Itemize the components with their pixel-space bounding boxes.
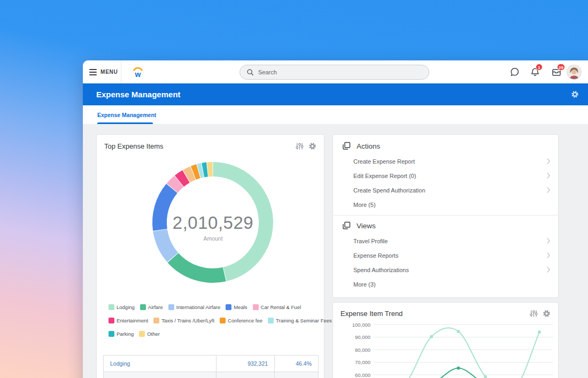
legend-swatch [268,318,274,323]
chat-icon [509,67,520,78]
legend-item[interactable]: Airfare [140,304,163,310]
notifications-button[interactable]: 1 [530,67,540,78]
donut-slice-airfare[interactable] [173,258,225,275]
inbox-button[interactable]: 29 [551,67,562,78]
legend-label: Car Rental & Fuel [261,304,301,310]
views-section-header: Views [342,221,376,230]
donut-slice-parking[interactable] [203,169,207,170]
donut-total-value: 2,010,529 [99,213,327,233]
view-item-label: Expense Reports [353,252,398,259]
action-item-label: More (5) [353,202,376,208]
view-item[interactable]: Expense Reports [353,248,551,263]
donut-slice-taxis-trains-uber-lyft[interactable] [187,173,193,176]
legend-swatch [253,304,259,310]
empty-cell [216,372,275,378]
view-item[interactable]: More (3) [353,277,551,291]
chat-button[interactable] [509,67,520,78]
donut-slice-conference-fee[interactable] [194,171,198,173]
legend-item[interactable]: International Airfare [168,304,220,310]
donut-legend: LodgingAirfareInternational AirfareMeals… [109,300,320,341]
app-window: MENU w Search [83,60,588,378]
data-point[interactable] [538,330,541,334]
donut-total-label: Amount [99,235,327,242]
expense-item-trend-card: Expense Item Trend [332,302,559,378]
legend-item[interactable]: Training & Seminar Fees [268,318,332,323]
donut-slice-entertainment[interactable] [179,176,186,181]
workday-logo[interactable]: w [131,65,144,79]
gear-icon [308,142,316,150]
view-item[interactable]: Travel Profile [353,234,551,248]
legend-item[interactable]: Other [139,331,160,337]
chevron-right-icon [546,252,551,259]
legend-item[interactable]: Meals [226,304,247,310]
trend-line-series-light [377,328,539,378]
tab-bar: Expense Management [83,105,588,124]
legend-swatch [168,304,174,310]
menu-label: MENU [100,69,118,75]
legend-label: Airfare [148,304,163,310]
expense-table: Lodging932,32146.4% [103,355,319,378]
action-item[interactable]: Create Spend Authorization [353,183,551,197]
legend-swatch [153,318,159,323]
menu-button[interactable]: MENU [89,60,118,83]
legend-label: Other [147,331,160,337]
expense-item-link[interactable]: Lodging [104,356,216,372]
chevron-right-icon [546,266,551,273]
legend-item[interactable]: Entertainment [109,318,148,323]
search-icon [246,68,254,76]
data-point[interactable] [457,330,460,333]
actions-views-card: Actions Create Expense ReportEdit Expens… [332,134,559,298]
views-list: Travel ProfileExpense ReportsSpend Autho… [353,234,551,291]
data-point[interactable] [430,335,433,338]
header-settings-button[interactable] [571,90,579,101]
avatar-photo [567,65,581,79]
legend-item[interactable]: Taxis / Trains /Uber/Lyft [153,318,214,323]
desktop-background: MENU w Search [0,0,588,378]
actions-title: Actions [357,142,380,150]
legend-label: International Airfare [176,304,220,310]
y-axis-tick-label: 90,000 [355,334,370,340]
legend-item[interactable]: Parking [109,331,134,337]
view-item-label: Spend Authorizations [353,267,409,273]
data-point[interactable] [457,367,460,370]
view-item[interactable]: Spend Authorizations [353,263,551,277]
action-item-label: Edit Expense Report (0) [353,173,416,179]
legend-swatch [220,318,226,323]
legend-label: Meals [234,304,247,310]
y-axis-tick-label: 60,000 [355,372,370,378]
top-expense-items-card: Top Expense Items [96,134,324,378]
tab-expense-management[interactable]: Expense Management [97,105,156,124]
view-item-label: More (3) [353,281,376,288]
legend-swatch [226,304,231,310]
y-axis-tick-label: 70,000 [355,359,370,365]
legend-item[interactable]: Conference fee [220,318,262,323]
donut-slice-training-seminar-fees[interactable] [199,170,203,171]
chevron-right-icon [546,187,551,194]
page-title: Expense Management [96,90,181,99]
workday-logo-icon: w [131,65,144,79]
actions-section-header: Actions [342,141,380,151]
legend-swatch [139,331,145,337]
action-item[interactable]: More (5) [353,197,551,212]
legend-label: Conference fee [228,318,262,323]
avatar[interactable] [567,65,581,79]
card-title: Expense Item Trend [341,310,403,318]
search-placeholder: Search [258,69,277,75]
legend-swatch [109,318,114,323]
donut-slice-car-rental-fuel[interactable] [172,181,179,188]
trend-line-chart[interactable]: 100,00090,00080,00070,00060,000 [333,318,559,378]
legend-swatch [140,304,146,310]
search-input[interactable]: Search [239,65,429,80]
legend-label: Lodging [117,304,135,310]
action-item[interactable]: Create Expense Report [353,154,551,168]
legend-item[interactable]: Lodging [109,304,135,310]
table-row: Lodging932,32146.4% [104,356,319,372]
action-item[interactable]: Edit Expense Report (0) [353,168,551,183]
card-title: Top Expense Items [104,142,164,150]
inbox-badge: 29 [557,64,565,71]
stacked-cards-icon [342,141,351,151]
legend-item[interactable]: Car Rental & Fuel [253,304,301,310]
chevron-right-icon [546,158,551,165]
donut-slice-international-airfare[interactable] [160,230,173,258]
actions-list: Create Expense ReportEdit Expense Report… [353,154,551,212]
